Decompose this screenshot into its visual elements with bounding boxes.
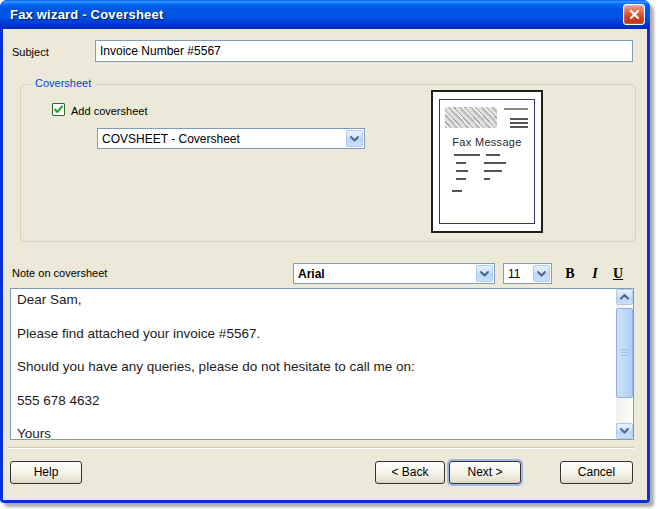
scrollbar-thumb[interactable]	[616, 308, 633, 398]
preview-text-line	[452, 190, 462, 192]
preview-text-line	[486, 154, 500, 156]
chevron-down-icon	[620, 428, 629, 434]
preview-text-line	[504, 108, 528, 110]
scroll-down-button[interactable]	[616, 423, 633, 439]
preview-text-line	[456, 170, 468, 172]
underline-button[interactable]: U	[609, 265, 627, 283]
preview-text-line	[456, 178, 466, 180]
add-coversheet-checkbox[interactable]	[52, 103, 65, 116]
close-button[interactable]	[623, 4, 645, 25]
next-button[interactable]: Next >	[449, 461, 521, 484]
window-title: Fax wizard - Coversheet	[0, 7, 163, 22]
preview-text-line	[484, 178, 490, 180]
title-bar[interactable]: Fax wizard - Coversheet	[0, 0, 650, 29]
subject-input[interactable]	[95, 40, 633, 62]
cancel-button[interactable]: Cancel	[560, 461, 633, 484]
preview-heading: Fax Message	[440, 136, 534, 148]
chevron-down-icon[interactable]	[476, 265, 493, 282]
preview-text-line	[510, 118, 528, 120]
preview-text-line	[510, 126, 528, 128]
chevron-down-icon[interactable]	[533, 265, 550, 282]
dialog-body: Subject Coversheet Add coversheet COVSHE…	[3, 29, 647, 500]
coversheet-preview-page: Fax Message	[439, 99, 535, 224]
bold-button[interactable]: B	[561, 265, 579, 283]
help-button[interactable]: Help	[10, 461, 82, 484]
note-label: Note on coversheet	[12, 267, 107, 279]
close-icon	[629, 9, 640, 20]
checkmark-icon	[53, 104, 64, 115]
coversheet-template-value: COVSHEET - Coversheet	[102, 132, 240, 146]
back-button[interactable]: < Back	[375, 461, 445, 484]
fax-wizard-dialog: Fax wizard - Coversheet Subject Covershe…	[0, 0, 650, 503]
font-family-value: Arial	[298, 267, 325, 281]
subject-label: Subject	[12, 46, 49, 58]
scroll-up-button[interactable]	[616, 289, 633, 305]
note-textbox[interactable]: Dear Sam, Please find attached your invo…	[10, 288, 634, 440]
coversheet-group-label: Coversheet	[31, 77, 95, 89]
italic-button[interactable]: I	[586, 265, 604, 283]
font-size-dropdown[interactable]: 11	[503, 263, 552, 284]
chevron-down-icon[interactable]	[346, 130, 363, 147]
scrollbar-grip-icon	[621, 349, 629, 357]
note-scrollbar[interactable]	[616, 289, 633, 439]
coversheet-template-dropdown[interactable]: COVSHEET - Coversheet	[97, 128, 365, 149]
footer-separator	[8, 447, 634, 449]
preview-text-line	[456, 162, 466, 164]
add-coversheet-label: Add coversheet	[71, 105, 147, 117]
preview-logo-image	[445, 107, 497, 128]
preview-text-line	[510, 122, 528, 124]
coversheet-preview: Fax Message	[431, 90, 543, 233]
font-family-dropdown[interactable]: Arial	[293, 263, 495, 284]
font-size-value: 11	[508, 267, 520, 281]
preview-text-line	[484, 170, 502, 172]
preview-text-line	[454, 154, 480, 156]
preview-text-line	[484, 162, 506, 164]
chevron-up-icon	[620, 294, 629, 300]
